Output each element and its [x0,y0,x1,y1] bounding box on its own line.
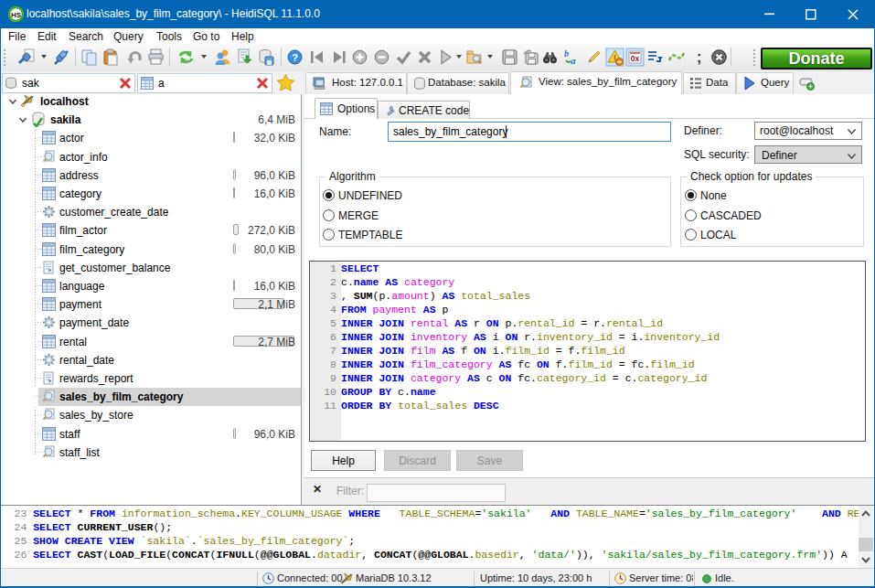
svg-text:?: ? [292,52,298,63]
svg-text:HS: HS [11,11,22,19]
svg-text:a: a [571,55,576,66]
svg-text:;: ; [697,49,701,65]
svg-text:0x: 0x [631,54,640,63]
svg-text:b: b [564,48,569,59]
